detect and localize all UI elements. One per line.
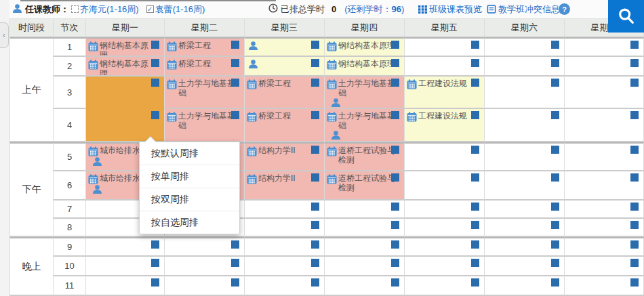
context-menu-item[interactable]: 按自选周排	[140, 211, 239, 234]
schedule-cell-p11-d3[interactable]	[245, 276, 325, 296]
schedule-cell-p5-d7[interactable]	[565, 142, 644, 171]
schedule-cell-p1-d3[interactable]	[245, 37, 325, 57]
schedule-cell-p3-d7[interactable]	[565, 77, 644, 109]
schedule-cell-p9-d5[interactable]	[405, 237, 485, 257]
schedule-cell-p2-d4[interactable]: 钢结构基本原理	[325, 57, 405, 77]
schedule-cell-p11-d5[interactable]	[405, 276, 485, 296]
context-menu-item[interactable]: 按双周排	[140, 188, 239, 211]
collapse-panel-button[interactable]: ‹	[0, 22, 9, 48]
schedule-cell-p4-d6[interactable]	[485, 109, 565, 142]
period-number: 6	[54, 171, 86, 200]
schedule-cell-p10-d7[interactable]	[565, 257, 644, 276]
schedule-cell-p8-d4[interactable]	[325, 219, 405, 237]
schedule-cell-p7-d4[interactable]	[325, 200, 405, 219]
schedule-cell-p3-d5[interactable]: 工程建设法规	[405, 77, 485, 109]
schedule-cell-p2-d7[interactable]	[565, 57, 644, 77]
schedule-cell-p9-d4[interactable]	[325, 237, 405, 257]
schedule-cell-p10-d4[interactable]	[325, 257, 405, 276]
schedule-cell-p3-d4[interactable]: 土力学与地基基础	[325, 77, 405, 109]
schedule-cell-p10-d6[interactable]	[485, 257, 565, 276]
cell-flag-square	[551, 146, 559, 154]
cell-flag-square	[231, 59, 239, 67]
schedule-cell-p9-d7[interactable]	[565, 237, 644, 257]
schedule-cell-p9-d1[interactable]	[86, 237, 165, 257]
schedule-cell-p3-d3[interactable]: 桥梁工程	[245, 77, 325, 109]
schedule-cell-p2-d1[interactable]: 钢结构基本原理	[86, 57, 165, 77]
schedule-cell-p9-d6[interactable]	[485, 237, 565, 257]
cell-flag-square	[630, 240, 639, 249]
schedule-cell-p5-d3[interactable]: 结构力学II	[245, 142, 325, 171]
schedule-cell-p11-d4[interactable]	[325, 276, 405, 296]
schedule-cell-p1-d5[interactable]	[405, 37, 485, 57]
schedule-cell-p7-d5[interactable]	[405, 200, 485, 219]
teacher-checkbox[interactable]: ✓	[146, 5, 154, 13]
schedule-cell-p4-d5[interactable]: 工程建设法规	[405, 109, 485, 142]
context-menu-item[interactable]: 按默认周排	[140, 142, 239, 165]
time-section-label: 下午	[9, 142, 54, 237]
context-menu: 按默认周排按单周排按双周排按自选周排	[139, 142, 240, 234]
schedule-cell-p4-d2[interactable]: 土力学与地基基础	[165, 109, 245, 142]
teacher-name-link[interactable]: 袁蕾(1-16周)	[155, 3, 205, 16]
schedule-cell-p2-d3[interactable]	[245, 57, 325, 77]
schedule-cell-p4-d3[interactable]: 桥梁工程	[245, 109, 325, 142]
schedule-cell-p1-d4[interactable]: 钢结构基本原理	[325, 37, 405, 57]
schedule-cell-p1-d6[interactable]	[485, 37, 565, 57]
schedule-cell-p6-d3[interactable]: 结构力学II	[245, 171, 325, 200]
schedule-cell-p1-d2[interactable]: 桥梁工程	[165, 37, 245, 57]
schedule-cell-p4-d4[interactable]: 土力学与地基基础	[325, 109, 405, 142]
schedule-cell-p6-d6[interactable]	[485, 171, 565, 200]
schedule-cell-p8-d3[interactable]	[245, 219, 325, 237]
cell-flag-square	[630, 259, 639, 267]
schedule-cell-p8-d6[interactable]	[485, 219, 565, 237]
schedule-cell-p3-d2[interactable]: 土力学与地基基础	[165, 77, 245, 109]
schedule-cell-p8-d5[interactable]	[405, 219, 485, 237]
schedule-cell-p6-d7[interactable]	[565, 171, 644, 200]
schedule-cell-p1-d7[interactable]	[565, 37, 644, 57]
schedule-cell-p6-d5[interactable]	[405, 171, 485, 200]
schedule-cell-p10-d2[interactable]	[165, 257, 245, 276]
teacher-name-link[interactable]: 齐海元(1-16周)	[80, 3, 139, 16]
schedule-cell-p11-d7[interactable]	[565, 276, 644, 296]
cell-flag-square	[471, 221, 479, 229]
help-button[interactable]: ?	[559, 3, 570, 15]
schedule-cell-p3-d6[interactable]	[485, 77, 565, 109]
schedule-cell-p5-d5[interactable]	[405, 142, 485, 171]
schedule-cell-p11-d2[interactable]	[165, 276, 245, 296]
schedule-cell-p7-d3[interactable]	[245, 200, 325, 219]
teaching-class-conflict-button[interactable]: 教学班冲突信息	[487, 3, 560, 16]
context-menu-item[interactable]: 按单周排	[140, 165, 239, 188]
cell-flag-square	[551, 278, 559, 287]
cell-flag-square	[311, 221, 319, 229]
class-timetable-preview-button[interactable]: 班级课表预览	[418, 3, 482, 16]
period-number: 8	[54, 219, 86, 237]
toolbar-link-label: 教学班冲突信息	[498, 3, 560, 16]
cell-flag-square	[471, 240, 479, 249]
schedule-cell-p2-d2[interactable]: 桥梁工程	[165, 57, 245, 77]
schedule-cell-p9-d3[interactable]	[245, 237, 325, 257]
schedule-cell-p10-d1[interactable]	[86, 257, 165, 276]
search-button[interactable]	[608, 0, 644, 33]
schedule-cell-p5-d6[interactable]	[485, 142, 565, 171]
cell-flag-square	[231, 278, 239, 287]
schedule-cell-p3-d1[interactable]	[86, 77, 165, 109]
schedule-cell-p7-d7[interactable]	[565, 200, 644, 219]
schedule-cell-p6-d4[interactable]: 道桥工程试验与检测	[325, 171, 405, 200]
schedule-cell-p10-d5[interactable]	[405, 257, 485, 276]
schedule-cell-p2-d6[interactable]	[485, 57, 565, 77]
schedule-cell-p10-d3[interactable]	[245, 257, 325, 276]
schedule-cell-p2-d5[interactable]	[405, 57, 485, 77]
cell-flag-square	[551, 259, 559, 267]
schedule-cell-p8-d7[interactable]	[565, 219, 644, 237]
schedule-cell-p1-d1[interactable]: 钢结构基本原理	[86, 37, 165, 57]
cell-flag-square	[151, 259, 159, 267]
schedule-cell-p11-d6[interactable]	[485, 276, 565, 296]
cell-flag-square	[151, 41, 159, 49]
schedule-cell-p11-d1[interactable]	[86, 276, 165, 296]
schedule-cell-p9-d2[interactable]	[165, 237, 245, 257]
period-number: 10	[54, 257, 86, 276]
course-name: 道桥工程试验与检测	[338, 173, 396, 192]
teacher-checkbox[interactable]	[71, 5, 79, 13]
schedule-cell-p4-d7[interactable]	[565, 109, 644, 142]
schedule-cell-p7-d6[interactable]	[485, 200, 565, 219]
schedule-cell-p5-d4[interactable]: 道桥工程试验与检测	[325, 142, 405, 171]
